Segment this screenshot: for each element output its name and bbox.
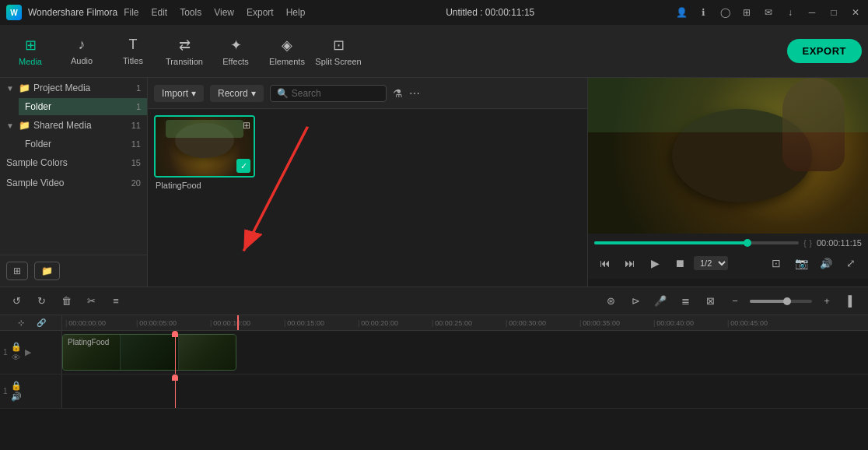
center-toolbar: Import ▾ Record ▾ 🔍 ⚗ ⋯	[148, 78, 587, 109]
grid-icon[interactable]: ⊞	[740, 6, 753, 19]
profile-icon[interactable]: ◯	[719, 6, 731, 19]
left-panel: ▼ 📁 Project Media 1 Folder 1 ▼ 📁 Shared …	[0, 78, 148, 287]
mark-in-button[interactable]: ⊳	[625, 291, 646, 311]
import-dropdown-icon: ▾	[191, 88, 196, 99]
bracket-open: {	[803, 239, 806, 248]
audio-track-row: 1 🔒 🔊	[0, 374, 868, 409]
zoom-slider[interactable]	[750, 300, 812, 303]
toolbar-icons: ⚗ ⋯	[393, 87, 420, 100]
lock-track-button[interactable]: 🔒	[11, 343, 22, 351]
sidebar-item-sample-video[interactable]: Sample Video 20	[0, 173, 147, 193]
redo-button[interactable]: ↻	[31, 291, 51, 311]
eye-track-button[interactable]: 👁	[11, 353, 22, 362]
download-icon[interactable]: ↓	[784, 6, 796, 19]
clip-frame-3	[179, 335, 236, 370]
timeline-extra-button[interactable]: ▌	[842, 291, 862, 311]
undo-button[interactable]: ↺	[6, 291, 26, 311]
lock-audio-button[interactable]: 🔒	[11, 381, 22, 390]
render-button[interactable]: ⊛	[600, 291, 621, 311]
search-box[interactable]: 🔍	[270, 85, 387, 102]
menu-help[interactable]: Help	[286, 7, 306, 18]
sidebar-item-shared-media[interactable]: ▼ 📁 Shared Media 11	[0, 115, 147, 135]
window-title: Untitled : 00:00:11:15	[446, 7, 534, 18]
timeline-area: ↺ ↻ 🗑 ✂ ≡ ⊛ ⊳ 🎤 ≣ ⊠ − + ▌ ⊹ 🔗	[0, 287, 868, 450]
toolbar-splitscreen-label: Split Screen	[315, 57, 361, 66]
ts-9: 00:00:45:00	[727, 315, 801, 330]
toolbar-transition-label: Transition	[166, 57, 203, 66]
speed-select[interactable]: 1/2 1/4 1 2	[694, 256, 728, 270]
splitscreen-icon: ⊡	[333, 37, 345, 54]
snapshot-button[interactable]: 📷	[790, 252, 812, 274]
collapse-arrow: ▼	[6, 84, 14, 93]
mic-button[interactable]: 🎤	[650, 291, 670, 311]
fullscreen-button[interactable]: ⤢	[840, 252, 862, 274]
progress-bar[interactable]	[594, 241, 799, 244]
media-item-platingfood[interactable]: ⊞ ✓ PlatingFood	[154, 115, 255, 190]
record-button[interactable]: Record ▾	[210, 85, 264, 102]
sidebar-item-folder-project[interactable]: Folder 1	[19, 98, 147, 115]
project-media-count: 1	[136, 83, 141, 93]
close-button[interactable]: ✕	[849, 6, 862, 19]
ruler-timestamps: 00:00:00:00 00:00:05:00 00:00:10:00 00:0…	[62, 315, 801, 330]
stop-button[interactable]: ⏹	[669, 252, 691, 274]
toolbar-media[interactable]: ⊞ Media	[6, 30, 54, 73]
toolbar-titles-label: Titles	[123, 56, 143, 65]
clip-frame-2	[121, 335, 177, 370]
filter-button[interactable]: ⚗	[393, 87, 403, 100]
toolbar-effects[interactable]: ✦ Effects	[212, 30, 260, 73]
volume-button[interactable]: 🔊	[815, 252, 837, 274]
export-button[interactable]: EXPORT	[787, 39, 862, 63]
mute-audio-button[interactable]: 🔊	[11, 392, 22, 401]
sidebar-item-sample-colors[interactable]: Sample Colors 15	[0, 153, 147, 173]
delete-button[interactable]: 🗑	[56, 291, 76, 311]
minimize-button[interactable]: ─	[806, 6, 818, 19]
menu-export[interactable]: Export	[247, 7, 274, 18]
pip-button[interactable]: ⊠	[700, 291, 720, 311]
menu-view[interactable]: View	[214, 7, 234, 18]
import-button[interactable]: Import ▾	[154, 85, 204, 102]
video-clip[interactable]: PlatingFood	[62, 334, 236, 371]
grid-media-icon: ⊞	[243, 120, 250, 131]
grid-view-button[interactable]: ⋯	[409, 87, 420, 100]
zoom-out-button[interactable]: −	[725, 291, 745, 311]
caption-button[interactable]: ≣	[675, 291, 695, 311]
toolbar-splitscreen[interactable]: ⊡ Split Screen	[314, 30, 362, 73]
audio-icon: ♪	[79, 37, 86, 53]
toolbar-audio[interactable]: ♪ Audio	[58, 30, 106, 73]
search-input[interactable]	[292, 88, 380, 99]
menu-edit[interactable]: Edit	[152, 7, 168, 18]
play-button[interactable]: ▶	[644, 252, 666, 274]
new-folder-button[interactable]: ⊞	[6, 262, 28, 280]
cut-button[interactable]: ✂	[81, 291, 101, 311]
menu-file[interactable]: File	[124, 7, 138, 18]
info-icon[interactable]: ℹ	[697, 6, 709, 19]
video-track-label: 1 🔒 👁 ▶	[0, 331, 62, 374]
sample-colors-count: 15	[131, 158, 141, 167]
ts-4: 00:00:20:00	[358, 315, 432, 330]
frame-back-button[interactable]: ⏭	[619, 252, 641, 274]
toolbar-titles[interactable]: T Titles	[109, 30, 157, 73]
step-back-button[interactable]: ⏮	[594, 252, 616, 274]
ts-7: 00:00:35:00	[579, 315, 653, 330]
zoom-in-button[interactable]: +	[817, 291, 837, 311]
zoom-fill	[750, 300, 787, 303]
preview-panel: { } 00:00:11:15 ⏮ ⏭ ▶ ⏹ 1/2 1/4 1 2 ⊡ 📷	[588, 78, 868, 287]
toolbar-transition[interactable]: ⇄ Transition	[160, 30, 208, 73]
media-item-label: PlatingFood	[154, 181, 255, 190]
preview-video	[588, 78, 868, 234]
sidebar-item-folder-shared[interactable]: Folder 11	[19, 135, 147, 153]
video-frame	[588, 78, 868, 234]
toolbar-elements[interactable]: ◈ Elements	[263, 30, 311, 73]
sidebar-item-project-media[interactable]: ▼ 📁 Project Media 1	[0, 78, 147, 98]
import-folder-button[interactable]: 📁	[34, 262, 60, 280]
maximize-button[interactable]: □	[828, 6, 840, 19]
timeline-toolbar: ↺ ↻ 🗑 ✂ ≡ ⊛ ⊳ 🎤 ≣ ⊠ − + ▌	[0, 287, 868, 315]
account-icon[interactable]: 👤	[675, 6, 688, 19]
adjust-button[interactable]: ≡	[106, 291, 126, 311]
titles-icon: T	[129, 37, 138, 53]
menu-tools[interactable]: Tools	[180, 7, 201, 18]
mail-icon[interactable]: ✉	[762, 6, 775, 19]
screen-size-button[interactable]: ⊡	[765, 252, 787, 274]
app-name: Wondershare Filmora	[28, 7, 117, 18]
toolbar: ⊞ Media ♪ Audio T Titles ⇄ Transition ✦ …	[0, 25, 868, 78]
